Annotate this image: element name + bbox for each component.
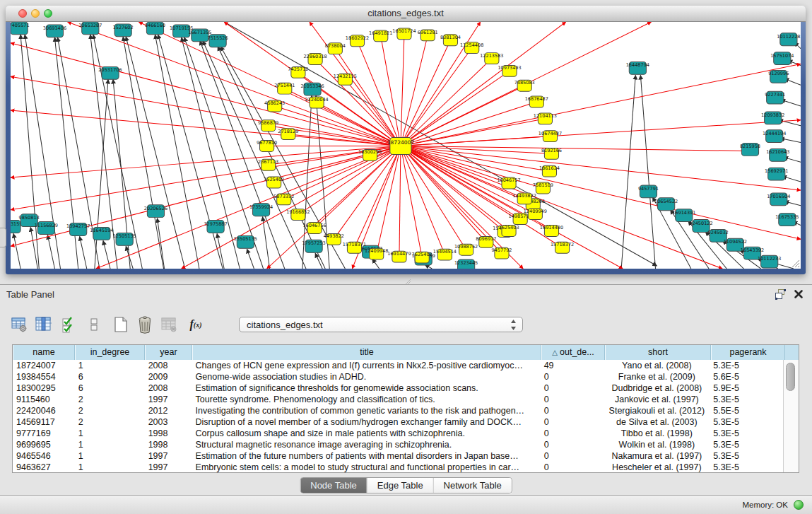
table-row[interactable]: 946362711997Embryonic stem cells: a mode… xyxy=(13,462,784,472)
cell-in_degree[interactable]: 6 xyxy=(75,382,145,394)
cell-title[interactable]: Structural magnetic resonance image aver… xyxy=(192,439,541,450)
cell-title[interactable]: Estimation of the future numbers of pati… xyxy=(192,450,541,462)
cell-pagerank[interactable]: 5.5E-5 xyxy=(710,405,784,416)
cell-year[interactable]: 2003 xyxy=(145,416,192,428)
column-header-short[interactable]: short xyxy=(605,345,711,360)
graph-edge[interactable] xyxy=(11,76,401,146)
graph-edge[interactable] xyxy=(47,235,54,269)
cell-year[interactable]: 1997 xyxy=(145,450,192,462)
cell-title[interactable]: Tourette syndrome. Phenomenology and cla… xyxy=(192,394,541,405)
table-row[interactable]: 969969511998Structural magnetic resonanc… xyxy=(13,439,784,450)
graph-edge[interactable] xyxy=(182,37,240,269)
graph-edge[interactable] xyxy=(13,233,20,269)
cell-pagerank[interactable]: 5.3E-5 xyxy=(710,428,784,439)
graph-edge[interactable] xyxy=(247,249,254,269)
column-header-title[interactable]: title xyxy=(192,345,541,360)
graph-edge[interactable] xyxy=(224,22,657,266)
graph-edge[interactable] xyxy=(640,75,655,269)
cell-year[interactable]: 1998 xyxy=(145,428,192,439)
table-vertical-scrollbar[interactable] xyxy=(783,360,799,472)
cell-in_degree[interactable]: 1 xyxy=(75,439,145,450)
cell-short[interactable]: Nakamura et al. (1997) xyxy=(604,450,710,462)
cell-title[interactable]: Estimation of significance thresholds fo… xyxy=(192,382,541,394)
cell-year[interactable]: 2008 xyxy=(145,382,192,394)
cell-in_degree[interactable]: 2 xyxy=(75,405,145,416)
graph-edge[interactable] xyxy=(401,59,492,146)
memory-ok-indicator[interactable] xyxy=(794,500,804,510)
cell-short[interactable]: Dudbridge et al. (2008) xyxy=(604,382,710,394)
cell-out_de[interactable]: 0 xyxy=(541,439,604,450)
cell-name[interactable]: 19384554 xyxy=(13,371,75,382)
cell-name[interactable]: 22420046 xyxy=(13,405,75,416)
cell-pagerank[interactable]: 5.6E-5 xyxy=(710,371,784,382)
function-builder-icon[interactable]: f(x) xyxy=(187,315,205,334)
cell-out_de[interactable]: 0 xyxy=(541,450,604,462)
graph-edge[interactable] xyxy=(218,47,325,269)
graph-edge[interactable] xyxy=(372,259,379,269)
cell-out_de[interactable]: 49 xyxy=(541,360,604,371)
column-header-pagerank[interactable]: pagerank xyxy=(711,345,785,360)
cell-name[interactable]: 18300295 xyxy=(13,382,75,394)
cell-out_de[interactable]: 0 xyxy=(541,462,604,472)
table-row[interactable]: 1872400712008Changes of HCN gene express… xyxy=(13,360,784,371)
graph-edge[interactable] xyxy=(155,35,199,269)
cell-short[interactable]: Jankovic et al. (1997) xyxy=(604,394,710,405)
graph-edge[interactable] xyxy=(401,22,481,146)
cell-year[interactable]: 2009 xyxy=(145,371,192,382)
cell-out_de[interactable]: 0 xyxy=(541,371,604,382)
cell-name[interactable]: 9465546 xyxy=(13,450,75,462)
graph-edge[interactable] xyxy=(11,146,401,246)
graph-edge[interactable] xyxy=(401,146,505,231)
graph-edge[interactable] xyxy=(401,40,451,146)
cell-out_de[interactable]: 0 xyxy=(541,382,604,394)
cell-in_degree[interactable]: 6 xyxy=(75,371,145,382)
graph-edge[interactable] xyxy=(80,236,87,269)
cell-pagerank[interactable]: 5.3E-5 xyxy=(710,439,784,450)
table-row[interactable]: 1830029562008Estimation of significance … xyxy=(13,382,784,394)
graph-edge[interactable] xyxy=(377,146,401,254)
cell-out_de[interactable]: 0 xyxy=(541,428,604,439)
graph-edge[interactable] xyxy=(158,35,223,269)
cell-title[interactable]: Changes of HCN gene expression and I(f) … xyxy=(192,360,541,371)
new-table-icon[interactable] xyxy=(112,315,130,334)
column-header-name[interactable]: name xyxy=(13,345,75,360)
tab-network-table[interactable]: Network Table xyxy=(433,478,512,493)
cell-name[interactable]: 9699695 xyxy=(13,439,75,450)
graph-edge[interactable] xyxy=(381,36,401,146)
cell-short[interactable]: Yano et al. (2008) xyxy=(604,360,710,371)
float-window-icon[interactable] xyxy=(775,289,787,300)
cell-out_de[interactable]: 0 xyxy=(541,405,604,416)
cell-short[interactable]: Franke et al. (2009) xyxy=(604,371,710,382)
network-canvas[interactable]: 7405571306914061065328715276028466160107… xyxy=(11,22,801,269)
cell-title[interactable]: Genome-wide association studies in ADHD. xyxy=(192,371,541,382)
cell-pagerank[interactable]: 5.3E-5 xyxy=(710,416,784,428)
window-resize-grip[interactable] xyxy=(790,258,800,268)
cell-year[interactable]: 1997 xyxy=(145,394,192,405)
cell-name[interactable]: 18724007 xyxy=(13,360,75,371)
table-row[interactable]: 911546021997Tourette syndrome. Phenomeno… xyxy=(13,394,784,405)
close-panel-icon[interactable] xyxy=(794,289,804,299)
clear-selection-icon[interactable] xyxy=(85,315,103,334)
cell-pagerank[interactable]: 5.3E-5 xyxy=(710,462,784,472)
cell-out_de[interactable]: 0 xyxy=(541,394,604,405)
cell-year[interactable]: 1998 xyxy=(145,439,192,450)
cell-name[interactable]: 9463627 xyxy=(13,462,75,472)
cell-short[interactable]: Stergiakouli et al. (2012) xyxy=(604,405,710,416)
cell-year[interactable]: 2012 xyxy=(145,405,192,416)
cell-in_degree[interactable]: 2 xyxy=(75,394,145,405)
cell-in_degree[interactable]: 1 xyxy=(75,450,145,462)
tab-edge-table[interactable]: Edge Table xyxy=(367,478,433,493)
citation-network-graph[interactable]: 7405571306914061065328715276028466160107… xyxy=(11,22,801,269)
cell-in_degree[interactable]: 2 xyxy=(75,416,145,428)
cell-short[interactable]: Tibbo et al. (1998) xyxy=(604,428,710,439)
graph-edge[interactable] xyxy=(401,86,524,146)
scrollbar-thumb[interactable] xyxy=(786,363,795,391)
cell-name[interactable]: 9115460 xyxy=(13,394,75,405)
select-all-checks-icon[interactable] xyxy=(59,315,78,334)
delete-table-trash-icon[interactable] xyxy=(136,315,154,334)
graph-edge[interactable] xyxy=(401,146,524,198)
tab-node-table[interactable]: Node Table xyxy=(300,478,367,493)
graph-edge[interactable] xyxy=(399,146,401,257)
table-row[interactable]: 977716911998Corpus callosum shape and si… xyxy=(13,428,784,439)
cell-in_degree[interactable]: 1 xyxy=(75,462,145,472)
